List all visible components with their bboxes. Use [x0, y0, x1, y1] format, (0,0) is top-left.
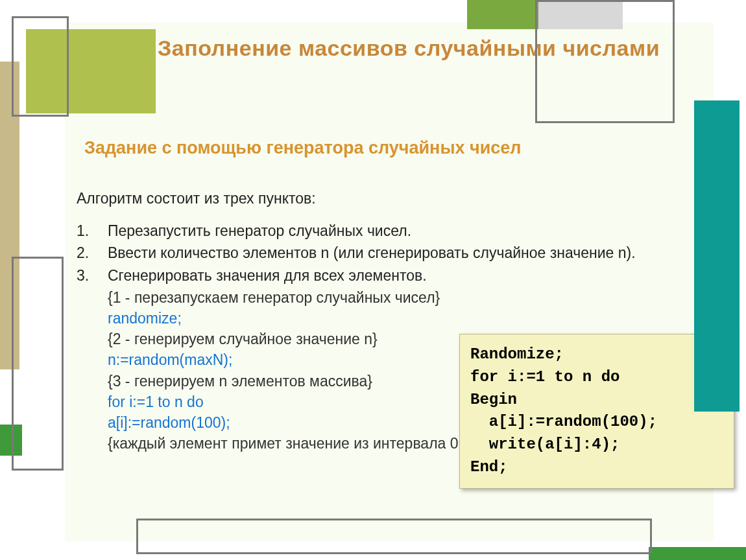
decor-frame-tl [12, 16, 69, 117]
decor-right-teal [694, 100, 740, 412]
code-comment: {1 - перезапускаем генератор случайных ч… [108, 287, 712, 308]
slide-subtitle: Задание с помощью генератора случайных ч… [84, 138, 707, 158]
list-number: 2. [77, 242, 108, 263]
list-number: 3. [77, 265, 108, 286]
list-item: 3. Сгенерировать значения для всех элеме… [77, 265, 712, 286]
decor-top-green [467, 0, 538, 29]
list-text: Ввести количество элементов n (или сгене… [108, 242, 712, 263]
code-line: randomize; [108, 308, 712, 329]
list-number: 1. [77, 220, 108, 241]
decor-bottom-green [649, 547, 746, 560]
list-text: Перезапустить генератор случайных чисел. [108, 220, 712, 241]
intro-line: Алгоритм состоит из трех пунктов: [77, 188, 712, 209]
decor-frame-tr [535, 0, 675, 123]
decor-frame-bottom [136, 519, 652, 554]
list-text: Сгенерировать значения для всех элементо… [108, 265, 712, 286]
list-item: 1. Перезапустить генератор случайных чис… [77, 220, 712, 241]
decor-frame-bl [12, 257, 64, 471]
list-item: 2. Ввести количество элементов n (или сг… [77, 242, 712, 263]
code-example-box: Randomize; for i:=1 to n do Begin a[i]:=… [459, 334, 734, 489]
